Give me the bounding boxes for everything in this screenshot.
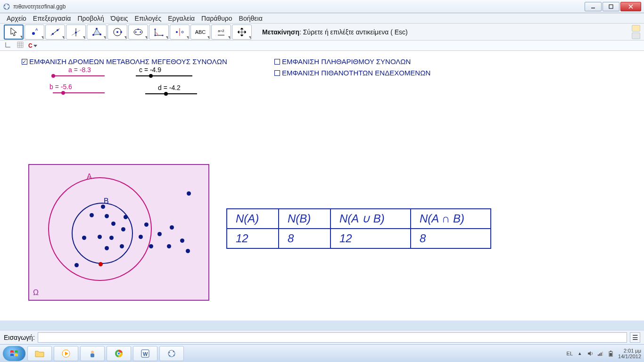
tool-text[interactable]: ABC: [190, 25, 210, 40]
slider-b-label: b = -5.6: [50, 83, 72, 90]
tool-slider[interactable]: a=2: [211, 25, 231, 40]
tool-circle-center-point[interactable]: [107, 25, 127, 40]
undo-small-button[interactable]: [632, 25, 640, 32]
taskbar-media-player[interactable]: [54, 346, 78, 361]
point[interactable]: [187, 191, 191, 196]
point[interactable]: [149, 244, 153, 248]
redo-small-button[interactable]: [632, 33, 640, 39]
venn-B-label: Β: [104, 197, 109, 206]
point[interactable]: [144, 222, 149, 227]
graphics-view[interactable]: ΕΜΦΑΝΙΣΗ ΔΡΟΜΕΩΝ ΜΕΤΑΒΟΛΗΣ ΜΕΓΕΘΟΥΣ ΣΥΝΟ…: [0, 51, 644, 321]
point[interactable]: [101, 205, 105, 209]
point[interactable]: [109, 236, 114, 240]
point[interactable]: [186, 249, 190, 253]
perpendicular-line-icon: [70, 27, 82, 37]
slider-a-track[interactable]: [53, 75, 105, 76]
point[interactable]: [157, 232, 162, 236]
slider-d-track[interactable]: [145, 93, 197, 94]
tool-polygon[interactable]: [87, 25, 107, 40]
svg-rect-56: [610, 351, 611, 352]
input-bar-label: Εισαγωγή:: [4, 334, 35, 341]
point[interactable]: [170, 225, 174, 230]
taskbar-word[interactable]: W: [133, 346, 157, 361]
axes-toggle-icon[interactable]: [4, 41, 12, 49]
menu-file[interactable]: Αρχείο: [4, 14, 29, 23]
slider-a-handle[interactable]: [51, 74, 55, 78]
svg-rect-53: [601, 353, 602, 356]
menu-options[interactable]: Επιλογές: [132, 14, 165, 23]
table-value-inter: 8: [411, 229, 491, 248]
tool-line[interactable]: [45, 25, 65, 40]
start-button[interactable]: [3, 346, 25, 361]
point-capture-dropdown[interactable]: C: [28, 42, 37, 49]
taskbar-app-generic[interactable]: [80, 346, 105, 361]
svg-point-22: [116, 31, 118, 33]
menu-help[interactable]: Βοήθεια: [236, 14, 265, 23]
point[interactable]: [167, 244, 171, 248]
tray-battery-icon[interactable]: [608, 350, 614, 357]
folder-icon: [34, 349, 45, 358]
menu-tools[interactable]: Εργαλεία: [165, 14, 198, 23]
point[interactable]: [139, 235, 143, 239]
checkbox-show-probabilities[interactable]: [274, 70, 280, 76]
tray-chevron-icon[interactable]: ▴: [577, 350, 583, 357]
tool-point[interactable]: A: [25, 25, 44, 40]
handle-point[interactable]: [99, 262, 103, 266]
tool-move-view[interactable]: [232, 25, 252, 40]
svg-point-12: [52, 33, 54, 35]
checkbox-show-cardinality[interactable]: [274, 59, 280, 65]
window-titlebar: πιθανοτητεσfinal.ggb: [0, 0, 644, 13]
point[interactable]: [82, 236, 86, 240]
tool-angle[interactable]: [149, 25, 169, 40]
menu-perspectives[interactable]: Όψεις: [108, 14, 131, 23]
slider-c-track[interactable]: [136, 75, 192, 76]
point[interactable]: [105, 214, 109, 218]
grid-toggle-icon[interactable]: [16, 41, 25, 49]
input-symbols-button[interactable]: ☰: [630, 332, 640, 343]
menu-window[interactable]: Παράθυρο: [198, 14, 235, 23]
taskbar-explorer[interactable]: [27, 346, 52, 361]
point[interactable]: [121, 227, 125, 231]
point[interactable]: [120, 244, 124, 248]
checkbox-show-sliders[interactable]: [22, 59, 27, 65]
taskbar-geogebra[interactable]: [159, 346, 184, 361]
minimize-button[interactable]: [585, 2, 602, 11]
tool-ellipse[interactable]: [128, 25, 148, 40]
venn-diagram[interactable]: Ω Α Β: [28, 164, 209, 301]
slider-b-handle[interactable]: [61, 91, 65, 95]
point[interactable]: [124, 215, 128, 219]
tool-reflect[interactable]: [170, 25, 190, 40]
point[interactable]: [74, 263, 79, 267]
tool-perpendicular[interactable]: [66, 25, 86, 40]
point[interactable]: [111, 222, 116, 226]
taskbar-chrome[interactable]: [107, 346, 131, 361]
slider-c-label: c = -4.9: [139, 66, 161, 74]
tray-clock[interactable]: 2:01 μμ 14/1/2012: [618, 348, 641, 359]
ellipse-icon: [132, 27, 144, 37]
point[interactable]: [180, 239, 184, 243]
table-header-nb: N(B): [279, 209, 330, 229]
style-bar: C: [0, 41, 644, 51]
venn-set-B[interactable]: [72, 203, 133, 264]
slider-c-handle[interactable]: [149, 74, 153, 78]
tool-move[interactable]: [4, 25, 24, 40]
close-button[interactable]: [620, 2, 641, 11]
svg-rect-57: [610, 353, 612, 356]
svg-point-49: [173, 354, 175, 356]
slider-b-track[interactable]: [53, 92, 105, 93]
move-view-icon: [237, 27, 247, 37]
windows-taskbar: W EL ▴ 2:01 μμ 14/1/2012: [0, 344, 644, 362]
point[interactable]: [98, 235, 102, 239]
slider-d-handle[interactable]: [164, 92, 168, 96]
svg-point-26: [140, 31, 141, 33]
input-field[interactable]: [38, 332, 627, 343]
tray-network-icon[interactable]: [597, 350, 604, 357]
menu-edit[interactable]: Επεξεργασία: [30, 14, 74, 23]
svg-point-28: [154, 34, 156, 36]
maximize-button[interactable]: [603, 2, 619, 11]
point[interactable]: [105, 246, 109, 250]
tray-volume-icon[interactable]: [587, 350, 594, 357]
point[interactable]: [90, 213, 94, 217]
menu-view[interactable]: Προβολή: [74, 14, 107, 23]
tray-language-indicator[interactable]: EL: [567, 351, 573, 356]
